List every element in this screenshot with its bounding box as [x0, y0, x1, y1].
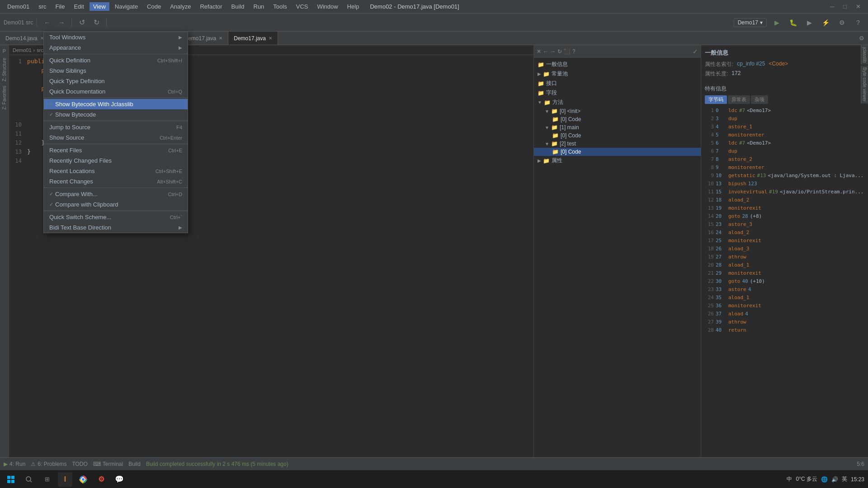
status-build[interactable]: Build [128, 461, 141, 467]
status-run[interactable]: ▶ 4: Run [4, 461, 25, 467]
tab-demo17-2[interactable]: Demo17.java ✕ [228, 32, 278, 45]
project-icon[interactable]: P [0, 47, 9, 55]
profile-button[interactable]: ⚡ [819, 16, 832, 29]
menu-item-vcs[interactable]: VCS [292, 2, 312, 11]
menu-item-compare-clipboard[interactable]: ✓ Compare with Clipboard [44, 199, 188, 210]
start-button[interactable] [4, 472, 18, 487]
build-message: Build completed successfully in 2 s 476 … [146, 461, 288, 467]
tree-item-init[interactable]: ▼ 📁 [0] <init> [534, 107, 701, 115]
jclasslib-tree[interactable]: 📁 一般信息 ▶ 📁 常量池 📁 接口 📁 字段 ▼ 📁 方法 [534, 58, 701, 457]
menu-item-show-bytecode[interactable]: ✓ Show Bytecode [44, 109, 188, 120]
maximize-button[interactable]: □ [840, 3, 850, 10]
menu-item-quick-type-definition[interactable]: Quick Type Definition [44, 76, 188, 86]
jclasslib-export-icon[interactable]: ⬛ [564, 48, 571, 55]
tab-exception-table[interactable]: 异常表 [728, 95, 750, 104]
tree-item-fields[interactable]: 📁 字段 [534, 88, 701, 98]
view-dropdown-menu[interactable]: Tool Windows ▶ Appearance ▶ Quick Defini… [43, 32, 188, 233]
menu-item-recent-locations[interactable]: Recent Locations Ctrl+Shift+E [44, 166, 188, 176]
back-button[interactable]: ← [41, 16, 53, 29]
close-icon-demo17-1[interactable]: ✕ [219, 36, 222, 41]
tree-item-interface[interactable]: 📁 接口 [534, 79, 701, 88]
tab-demo14[interactable]: Demo14.java ✕ [0, 32, 50, 45]
menu-item-show-siblings[interactable]: Show Siblings [44, 66, 188, 76]
tab-settings-icon[interactable]: ⚙ [855, 35, 868, 42]
menu-item-navigate[interactable]: Navigate [111, 2, 142, 11]
menu-item-compare-with[interactable]: ✓ Compare With... Ctrl+D [44, 189, 188, 199]
tree-item-test-code[interactable]: 📁 [0] Code [534, 148, 701, 156]
menu-item-help[interactable]: Help [344, 2, 363, 11]
favorites-icon[interactable]: Z: Favorites [2, 84, 7, 112]
jclasslib-back-icon[interactable]: ← [543, 48, 548, 55]
menu-item-analyze[interactable]: Analyze [166, 2, 194, 11]
menu-item-quick-switch[interactable]: Quick Switch Scheme... Ctrl+` [44, 212, 188, 222]
volume-icon[interactable]: 🔊 [831, 476, 838, 483]
forward-button[interactable]: → [55, 16, 68, 29]
settings-button[interactable]: ⚙ [835, 16, 848, 29]
ime-icon[interactable]: 中 [787, 475, 792, 483]
undo-button[interactable]: ↺ [75, 16, 88, 29]
close-button[interactable]: ✕ [852, 3, 864, 10]
breadcrumb-item-demo01[interactable]: Demo01 [13, 47, 32, 53]
tree-item-test[interactable]: ▼ 📁 [2] test [534, 140, 701, 148]
minimize-button[interactable]: ─ [826, 3, 838, 10]
close-icon-demo17-2[interactable]: ✕ [269, 36, 272, 41]
coverage-button[interactable]: ▶ [803, 16, 816, 29]
intellij-taskbar-icon[interactable]: I [58, 472, 72, 487]
menu-item-tools[interactable]: Tools [269, 2, 290, 11]
menu-item-appearance[interactable]: Appearance ▶ [44, 42, 188, 53]
menu-item-quick-documentation[interactable]: Quick Documentation Ctrl+Q [44, 86, 188, 97]
tree-item-methods[interactable]: ▼ 📁 方法 [534, 98, 701, 107]
menu-item-show-bytecode-jclasslib[interactable]: ✓ Show Bytecode With Jclasslib [44, 99, 188, 109]
tree-item-main[interactable]: ▼ 📁 [1] main [534, 123, 701, 131]
bytecode-viewer-vertical-label[interactable]: Byte code viewer [861, 66, 868, 103]
menu-item-bidi-text[interactable]: Bidi Text Base Direction ▶ [44, 222, 188, 233]
tree-item-constants[interactable]: ▶ 📁 常量池 [534, 69, 701, 79]
network-icon[interactable]: 🌐 [821, 476, 828, 483]
jclasslib-vertical-label[interactable]: jclasslib [861, 45, 868, 65]
status-todo[interactable]: TODO [72, 461, 87, 467]
tab-misc[interactable]: 杂项 [751, 95, 768, 104]
menu-item-code[interactable]: Code [143, 2, 165, 11]
menu-item-edit[interactable]: Edit [70, 2, 87, 11]
jclasslib-refresh-icon[interactable]: ↻ [557, 48, 562, 55]
chrome-taskbar-icon[interactable] [76, 472, 90, 487]
menu-item-recent-changes[interactable]: Recent Changes Alt+Shift+C [44, 176, 188, 187]
menu-item-view[interactable]: View [90, 2, 109, 11]
wechat-taskbar-icon[interactable]: 💬 [112, 472, 127, 487]
menu-item-quick-definition[interactable]: Quick Definition Ctrl+Shift+I [44, 55, 188, 66]
menu-item-run[interactable]: Run [250, 2, 268, 11]
tree-item-init-code[interactable]: 📁 [0] Code [534, 115, 701, 123]
breadcrumb-item-src[interactable]: src [37, 47, 43, 53]
360-taskbar-icon[interactable]: ⚙ [94, 472, 108, 487]
jclasslib-tree-panel: ✕ ← → ↻ ⬛ ? ✓ 📁 一般信息 ▶ 📁 常量池 📁 接口 [533, 45, 701, 457]
menu-item-recently-changed[interactable]: Recently Changed Files [44, 155, 188, 166]
status-terminal[interactable]: ⌨ Terminal [93, 461, 123, 467]
status-problems[interactable]: ⚠ 6: Problems [31, 461, 66, 467]
help-button[interactable]: ? [852, 16, 864, 29]
run-button[interactable]: ▶ [770, 16, 783, 29]
taskview-button[interactable]: ⊞ [40, 472, 54, 487]
tree-item-main-code[interactable]: 📁 [0] Code [534, 131, 701, 140]
tree-item-general[interactable]: 📁 一般信息 [534, 60, 701, 69]
menu-item-show-source[interactable]: Show Source Ctrl+Enter [44, 132, 188, 143]
debug-button[interactable]: 🐛 [787, 16, 799, 29]
menu-item-demo01[interactable]: Demo01 [4, 2, 33, 11]
menu-item-tool-windows[interactable]: Tool Windows ▶ [44, 32, 188, 42]
tree-item-attrs[interactable]: ▶ 📁 属性 [534, 156, 701, 165]
run-config-selector[interactable]: Demo17 ▾ [734, 18, 767, 27]
search-taskbar-button[interactable] [22, 472, 36, 487]
jclasslib-forward-icon[interactable]: → [550, 48, 556, 55]
jclasslib-close-icon[interactable]: ✕ [537, 48, 541, 55]
menu-item-src[interactable]: src [35, 2, 50, 11]
menu-item-file[interactable]: File [52, 2, 68, 11]
menu-item-window[interactable]: Window [313, 2, 341, 11]
bc-offset: 26 [716, 245, 726, 253]
redo-button[interactable]: ↻ [90, 16, 103, 29]
menu-item-recent-files[interactable]: Recent Files Ctrl+E [44, 145, 188, 155]
tab-bytecode[interactable]: 字节码 [705, 95, 727, 104]
jclasslib-help-icon[interactable]: ? [572, 48, 576, 55]
structure-icon[interactable]: Z: Structure [2, 56, 7, 83]
menu-item-jump-to-source[interactable]: Jump to Source F4 [44, 122, 188, 132]
menu-item-build[interactable]: Build [228, 2, 248, 11]
menu-item-refactor[interactable]: Refactor [196, 2, 226, 11]
